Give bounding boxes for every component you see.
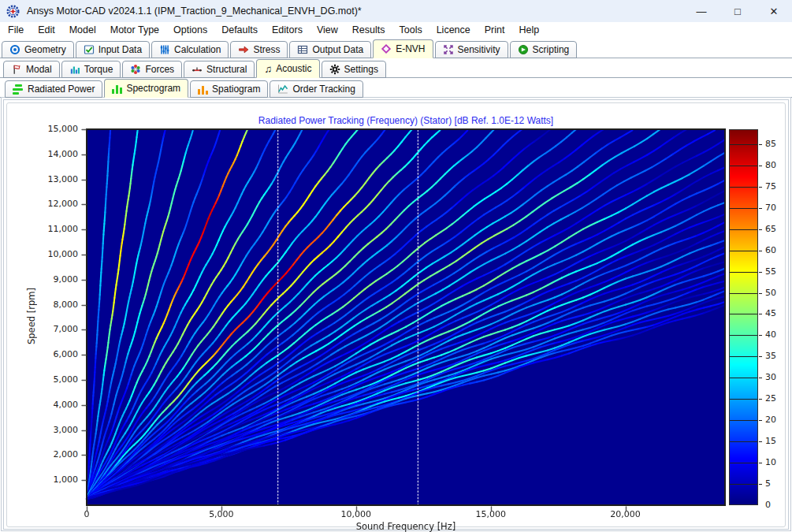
- close-button[interactable]: ✕: [756, 0, 792, 22]
- colorbar-tick-label: 10: [765, 457, 789, 468]
- tab-label: E-NVH: [396, 43, 425, 54]
- x-axis-label: Sound Frequency [Hz]: [87, 521, 725, 532]
- menu-file[interactable]: File: [1, 24, 31, 37]
- y-tick-label: 12,000: [34, 199, 78, 210]
- tab-label: Structural: [206, 64, 247, 75]
- y-tick-label: 7,000: [34, 324, 78, 335]
- x-tick-label: 20,000: [601, 509, 651, 520]
- colorbar-tick-label: 65: [765, 224, 789, 235]
- menu-tools[interactable]: Tools: [392, 24, 429, 37]
- colorbar-tick-label: 5: [765, 478, 789, 489]
- tab-label: Spatiogram: [212, 84, 260, 95]
- title-bar: Ansys Motor-CAD v2024.1.1 (IPM_Traction_…: [0, 0, 792, 22]
- e-nvh-icon: [381, 43, 392, 54]
- menu-licence[interactable]: Licence: [429, 24, 478, 37]
- tab-scripting[interactable]: Scripting: [510, 41, 578, 58]
- y-tick-label: 5,000: [34, 374, 78, 385]
- menu-results[interactable]: Results: [345, 24, 392, 37]
- menu-model[interactable]: Model: [62, 24, 103, 37]
- spectrogram-plot[interactable]: [81, 125, 729, 514]
- sensitivity-icon: [443, 44, 454, 55]
- tab-radiated-power[interactable]: Radiated Power: [5, 80, 102, 98]
- colorbar-tick-label: 75: [765, 181, 789, 192]
- minimize-button[interactable]: —: [683, 0, 719, 22]
- x-tick-label: 5,000: [196, 509, 247, 520]
- spatiogram-icon: [198, 84, 208, 95]
- tab-label: Input Data: [99, 44, 142, 55]
- y-tick-label: 10,000: [34, 249, 78, 260]
- y-tick-label: 13,000: [34, 174, 78, 185]
- tab-settings[interactable]: Settings: [322, 61, 386, 78]
- content-outer-panel: Radiated Power Tracking (Frequency) (Sta…: [1, 97, 791, 531]
- colorbar-tick-label: 0: [765, 500, 789, 511]
- menu-motor-type[interactable]: Motor Type: [103, 24, 166, 37]
- tab-label: Spectrogram: [126, 83, 180, 94]
- tab-input-data[interactable]: Input Data: [76, 41, 150, 58]
- y-tick-label: 14,000: [34, 149, 78, 160]
- app-icon: [6, 5, 20, 18]
- y-tick-label: 3,000: [34, 425, 78, 436]
- tab-e-nvh[interactable]: E-NVH: [373, 39, 433, 58]
- colorbar-tick-label: 40: [765, 329, 789, 340]
- tab-label: Sensitivity: [458, 44, 500, 55]
- menu-bar: File Edit Model Motor Type Options Defau…: [0, 22, 792, 39]
- y-tick-label: 6,000: [34, 349, 78, 360]
- tab-order-tracking[interactable]: Order Tracking: [270, 80, 363, 98]
- tab-calculation[interactable]: Calculation: [151, 41, 229, 58]
- tab-spectrogram[interactable]: Spectrogram: [104, 79, 188, 98]
- colorbar: [729, 129, 764, 505]
- colorbar-tick-label: 80: [765, 160, 789, 171]
- y-tick-label: 8,000: [34, 299, 78, 311]
- tab-label: Calculation: [174, 44, 221, 55]
- tab-modal[interactable]: Modal: [3, 61, 60, 78]
- menu-editors[interactable]: Editors: [265, 24, 310, 37]
- tab-label: Forces: [145, 64, 174, 75]
- tab-torque[interactable]: Torque: [61, 61, 121, 78]
- tab-label: Scripting: [533, 44, 570, 55]
- menu-edit[interactable]: Edit: [31, 24, 62, 37]
- menu-options[interactable]: Options: [166, 24, 214, 37]
- radiated-power-icon: [13, 84, 24, 95]
- tab-label: Settings: [344, 64, 378, 75]
- main-tab-bar: Geometry Input Data Calculation Stress: [0, 39, 792, 58]
- tab-label: Stress: [253, 44, 280, 55]
- x-tick-label: 15,000: [466, 509, 516, 520]
- colorbar-tick-label: 70: [765, 203, 789, 214]
- tab-sensitivity[interactable]: Sensitivity: [435, 41, 508, 58]
- tab-spatiogram[interactable]: Spatiogram: [190, 80, 268, 98]
- tab-acoustic[interactable]: ♫ Acoustic: [256, 59, 319, 78]
- spectrogram-chart-panel: Radiated Power Tracking (Frequency) (Sta…: [6, 102, 786, 527]
- y-tick-label: 2,000: [34, 449, 78, 460]
- spectrogram-icon: [112, 84, 122, 94]
- colorbar-tick-label: 35: [765, 351, 789, 362]
- tab-forces[interactable]: Forces: [122, 61, 182, 78]
- order-tracking-icon: [277, 84, 288, 95]
- envh-tab-bar: Modal Torque Forces Structural ♫ Acousti…: [0, 58, 792, 78]
- colorbar-tick-label: 45: [765, 308, 789, 319]
- tab-structural[interactable]: Structural: [184, 61, 255, 78]
- tab-geometry[interactable]: Geometry: [2, 41, 74, 58]
- colorbar-tick-label: 20: [765, 415, 789, 426]
- menu-view[interactable]: View: [310, 24, 345, 37]
- content-inner-panel: Radiated Power Tracking (Frequency) (Sta…: [3, 99, 789, 530]
- tab-label: Geometry: [24, 44, 66, 55]
- geometry-icon: [9, 44, 20, 55]
- torque-icon: [69, 64, 80, 75]
- scripting-icon: [518, 44, 529, 55]
- colorbar-tick-label: 85: [765, 139, 789, 150]
- tab-output-data[interactable]: Output Data: [289, 41, 371, 58]
- menu-defaults[interactable]: Defaults: [214, 24, 265, 37]
- colorbar-tick-label: 25: [765, 393, 789, 404]
- stress-icon: [238, 44, 249, 55]
- tab-stress[interactable]: Stress: [230, 41, 288, 58]
- y-tick-label: 9,000: [34, 274, 78, 285]
- colorbar-tick-label: 50: [765, 288, 789, 299]
- forces-icon: [130, 64, 141, 75]
- maximize-button[interactable]: □: [719, 0, 756, 22]
- tab-label: Output Data: [312, 44, 363, 55]
- x-tick-label: 0: [61, 509, 112, 520]
- menu-help[interactable]: Help: [511, 24, 546, 37]
- menu-print[interactable]: Print: [478, 24, 512, 37]
- window-title: Ansys Motor-CAD v2024.1.1 (IPM_Traction_…: [27, 6, 362, 17]
- input-data-icon: [84, 44, 95, 55]
